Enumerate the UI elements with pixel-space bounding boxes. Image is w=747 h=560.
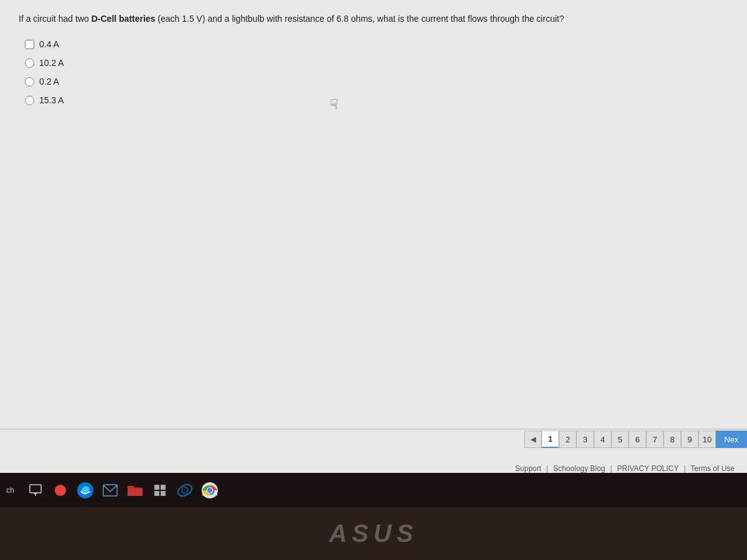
answer-option-2[interactable]: 10.2 A — [25, 58, 728, 68]
svg-rect-5 — [103, 485, 117, 496]
section-divider — [0, 429, 747, 429]
answer-radio-3[interactable] — [25, 77, 34, 86]
footer-support-link[interactable]: Support — [515, 464, 542, 473]
footer-sep-3: | — [684, 464, 685, 473]
pagination-page-2[interactable]: 2 — [559, 431, 576, 448]
svg-rect-0 — [30, 485, 41, 493]
asus-logo-text: ASUS — [329, 520, 418, 548]
taskbar-circle-icon[interactable] — [50, 480, 70, 500]
svg-point-11 — [182, 487, 188, 493]
pagination-page-1[interactable]: 1 — [542, 431, 559, 448]
pagination-prev-arrow[interactable]: ◀ — [524, 431, 542, 448]
pagination-next-button[interactable]: Nex — [716, 431, 747, 448]
footer-blog-link[interactable]: Schoology Blog — [553, 464, 605, 473]
answer-label-2: 10.2 A — [39, 58, 64, 68]
svg-rect-7 — [161, 485, 166, 490]
answer-option-1[interactable]: 0.4 A — [25, 39, 728, 49]
answer-label-1: 0.4 A — [39, 39, 59, 49]
svg-rect-6 — [154, 485, 159, 490]
taskbar-ie-icon[interactable] — [175, 480, 195, 500]
taskbar-top: ch — [0, 473, 747, 507]
svg-point-3 — [55, 485, 66, 496]
answer-options: 0.4 A 10.2 A 0.2 A 15.3 A — [25, 39, 728, 105]
taskbar: ch — [0, 473, 747, 560]
svg-point-17 — [207, 488, 212, 493]
answer-checkbox-1[interactable] — [25, 40, 34, 49]
question-text: If a circuit had two D-Cell batteries (e… — [19, 12, 728, 26]
answer-radio-4[interactable] — [25, 96, 34, 105]
pagination-container: ◀ 1 2 3 4 5 6 7 8 9 10 Nex — [524, 431, 747, 448]
pagination-page-8[interactable]: 8 — [664, 431, 681, 448]
taskbar-monitor-icon[interactable] — [26, 480, 45, 500]
svg-point-10 — [176, 482, 194, 498]
footer-terms-link[interactable]: Terms of Use — [690, 464, 735, 473]
taskbar-grid-icon[interactable] — [150, 480, 170, 500]
pagination-page-9[interactable]: 9 — [681, 431, 698, 448]
pagination-page-10[interactable]: 10 — [698, 431, 716, 448]
taskbar-mail-icon[interactable] — [100, 480, 120, 500]
answer-label-3: 0.2 A — [39, 77, 59, 86]
asus-logo-area: ASUS — [0, 507, 747, 560]
svg-rect-8 — [154, 491, 159, 496]
answer-radio-2[interactable] — [25, 58, 34, 68]
footer-sep-2: | — [610, 464, 612, 473]
footer-privacy-link[interactable]: PRIVACY POLICY — [617, 464, 679, 473]
footer-sep-1: | — [547, 464, 548, 473]
pagination-page-5[interactable]: 5 — [611, 431, 629, 448]
taskbar-label: ch — [6, 486, 14, 495]
footer-links: Support | Schoology Blog | PRIVACY POLIC… — [0, 464, 747, 473]
pagination-page-6[interactable]: 6 — [629, 431, 646, 448]
svg-rect-9 — [161, 491, 166, 496]
taskbar-folder-icon[interactable] — [125, 480, 145, 500]
answer-option-3[interactable]: 0.2 A — [25, 77, 728, 86]
main-content: If a circuit had two D-Cell batteries (e… — [0, 0, 747, 485]
pagination-page-3[interactable]: 3 — [576, 431, 594, 448]
taskbar-chrome-icon[interactable] — [200, 480, 220, 500]
taskbar-edge-icon[interactable] — [75, 480, 95, 500]
pagination-page-4[interactable]: 4 — [594, 431, 611, 448]
answer-label-4: 15.3 A — [39, 95, 64, 105]
answer-option-4[interactable]: 15.3 A — [25, 95, 728, 105]
pagination-page-7[interactable]: 7 — [646, 431, 664, 448]
pagination-area: ◀ 1 2 3 4 5 6 7 8 9 10 Nex — [0, 431, 747, 448]
